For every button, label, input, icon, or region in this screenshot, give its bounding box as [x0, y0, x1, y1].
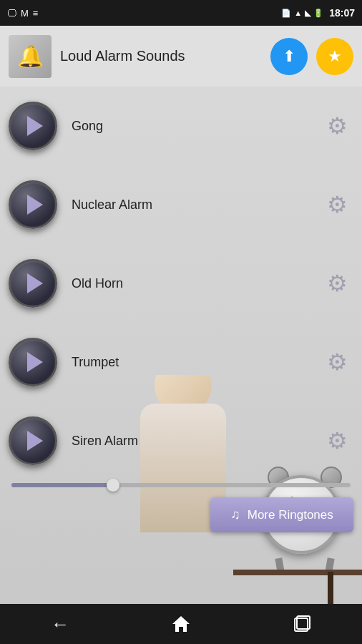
settings-button-siren[interactable]: ⚙ — [321, 424, 353, 457]
table-surface — [233, 570, 362, 575]
sound-list: Gong ⚙ Nuclear Alarm ⚙ Old Horn ⚙ — [0, 87, 362, 480]
play-triangle-icon — [27, 431, 43, 451]
sound-name-gong: Gong — [57, 119, 321, 134]
more-button-container: ♫ More Ringtones — [0, 493, 362, 538]
play-button-trumpet[interactable] — [9, 338, 57, 386]
nav-recents-button[interactable] — [278, 608, 326, 640]
app-thumbnail: 🔔 — [9, 35, 52, 78]
more-ringtones-label: More Ringtones — [248, 508, 333, 522]
screen-icon: 🖵 — [7, 8, 16, 19]
app-header: 🔔 Loud Alarm Sounds ⬆ ★ — [0, 26, 362, 87]
content-area: Gong ⚙ Nuclear Alarm ⚙ Old Horn ⚙ — [0, 87, 362, 604]
settings-button-trumpet[interactable]: ⚙ — [321, 346, 353, 379]
battery-icon: 🔋 — [313, 9, 323, 18]
sound-item-nuclear: Nuclear Alarm ⚙ — [0, 165, 362, 244]
svg-marker-0 — [172, 616, 190, 632]
settings-button-oldhorn[interactable]: ⚙ — [321, 267, 353, 300]
seek-bar-fill — [11, 483, 113, 487]
gear-icon-trumpet: ⚙ — [327, 348, 348, 376]
settings-button-nuclear[interactable]: ⚙ — [321, 188, 353, 221]
play-triangle-icon — [27, 352, 43, 372]
play-button-siren[interactable] — [9, 416, 57, 465]
music-note-icon: ♫ — [230, 507, 240, 522]
gear-icon-siren: ⚙ — [327, 427, 348, 454]
share-icon: ⬆ — [283, 47, 295, 66]
sound-name-nuclear: Nuclear Alarm — [57, 197, 321, 213]
settings-button-gong[interactable]: ⚙ — [321, 109, 353, 142]
play-button-gong[interactable] — [9, 102, 57, 150]
share-button[interactable]: ⬆ — [270, 38, 308, 75]
seek-bar-container — [0, 480, 362, 493]
status-left-icons: 🖵 M ≡ — [7, 8, 38, 19]
nav-home-button[interactable] — [157, 608, 205, 640]
gear-icon-gong: ⚙ — [327, 112, 348, 140]
seek-bar-thumb[interactable] — [107, 479, 119, 492]
table-leg — [328, 572, 333, 604]
sound-item-trumpet: Trumpet ⚙ — [0, 323, 362, 401]
sound-item-siren: Siren Alarm ⚙ — [0, 401, 362, 480]
favorite-button[interactable]: ★ — [316, 38, 353, 75]
play-triangle-icon — [27, 195, 43, 215]
recents-icon — [293, 615, 311, 633]
notification-icon: 📄 — [281, 9, 291, 18]
back-arrow-icon: ← — [51, 613, 69, 635]
play-triangle-icon — [27, 273, 43, 293]
app-title: Loud Alarm Sounds — [60, 48, 262, 64]
seek-bar-track[interactable] — [11, 483, 351, 487]
sound-item-gong: Gong ⚙ — [0, 87, 362, 165]
sound-item-oldhorn: Old Horn ⚙ — [0, 244, 362, 323]
play-button-nuclear[interactable] — [9, 180, 57, 229]
signal-icon: ▲ — [294, 9, 302, 17]
more-ringtones-button[interactable]: ♫ More Ringtones — [210, 497, 353, 532]
gear-icon-oldhorn: ⚙ — [327, 270, 348, 297]
gear-icon-nuclear: ⚙ — [327, 191, 348, 218]
wifi-icon: ◣ — [305, 9, 310, 18]
bars-icon: ≡ — [33, 8, 39, 19]
status-bar: 🖵 M ≡ 📄 ▲ ◣ 🔋 18:07 — [0, 0, 362, 26]
motorola-icon: M — [21, 8, 29, 19]
sound-name-siren: Siren Alarm — [57, 434, 321, 449]
nav-back-button[interactable]: ← — [36, 606, 84, 643]
sound-name-trumpet: Trumpet — [57, 355, 321, 370]
status-right-icons: 📄 ▲ ◣ 🔋 18:07 — [281, 7, 355, 19]
home-icon — [172, 615, 190, 633]
play-button-oldhorn[interactable] — [9, 259, 57, 308]
sound-name-oldhorn: Old Horn — [57, 276, 321, 291]
navigation-bar: ← — [0, 604, 362, 644]
play-triangle-icon — [27, 116, 43, 136]
time-display: 18:07 — [329, 7, 355, 19]
star-icon: ★ — [328, 47, 342, 66]
thumbnail-icon: 🔔 — [17, 44, 44, 69]
